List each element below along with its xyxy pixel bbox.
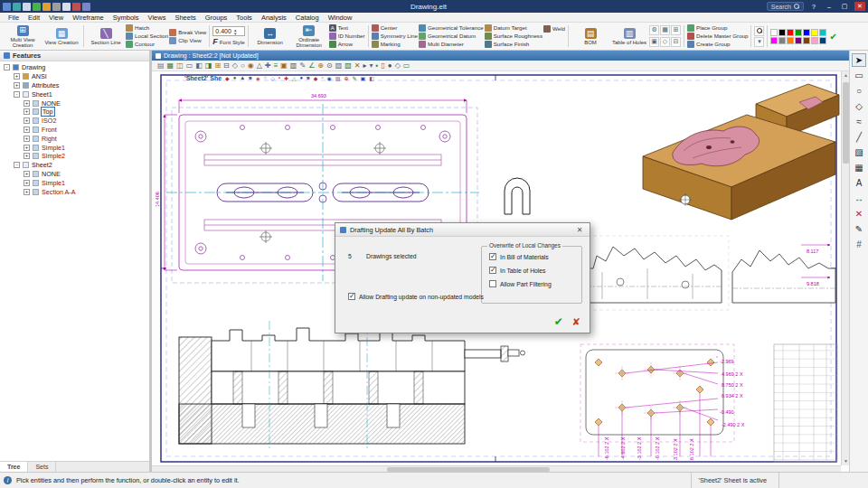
- weld-button[interactable]: Weld: [543, 25, 565, 33]
- bill-of-materials-checkbox[interactable]: In Bill of Materials: [489, 253, 581, 260]
- ribbon-mini-icon[interactable]: ⊟: [671, 37, 681, 47]
- ribbon-mini-icon[interactable]: ⊞: [671, 25, 681, 35]
- annotation-symbol-icon[interactable]: ▣: [361, 75, 366, 81]
- allow-update-checkbox[interactable]: Allow Drafting update on non-updated mod…: [348, 293, 484, 300]
- menu-window[interactable]: Window: [324, 13, 357, 23]
- titlebar-app-icon[interactable]: [52, 3, 61, 11]
- tree-item-section-a-a[interactable]: +Section A-A: [0, 187, 149, 196]
- dialog-title-bar[interactable]: Drafting Update All By Batch ✕: [335, 223, 590, 237]
- ok-button[interactable]: ✔: [554, 315, 563, 328]
- tree-item-sheet2[interactable]: -Sheet2: [0, 161, 149, 170]
- circle-tool-icon[interactable]: ○: [852, 84, 866, 98]
- dimension-button[interactable]: Dimension: [251, 27, 289, 46]
- menu-symbols[interactable]: Symbols: [108, 13, 144, 23]
- canvas-tool-icon[interactable]: ◫: [176, 61, 184, 71]
- datum-target-button[interactable]: Datum Target: [485, 24, 542, 32]
- measure-tool-icon[interactable]: #: [852, 238, 866, 251]
- menu-catalog[interactable]: Catalog: [291, 13, 324, 23]
- color-swatch[interactable]: [795, 37, 802, 44]
- menu-sheets[interactable]: Sheets: [170, 13, 200, 23]
- symmetry-line-button[interactable]: Symmetry Line: [372, 33, 418, 40]
- marking-button[interactable]: Marking: [372, 41, 418, 48]
- menu-file[interactable]: File: [4, 13, 24, 23]
- menu-analysis[interactable]: Analysis: [257, 13, 291, 23]
- minimize-button[interactable]: –: [824, 2, 835, 11]
- vertical-scrollbar[interactable]: ▲ ▼: [841, 71, 849, 465]
- polygon-tool-icon[interactable]: ◇: [852, 99, 866, 113]
- multi-view-creation-button[interactable]: Multi View Creation: [4, 24, 42, 49]
- annotation-symbol-icon[interactable]: ⊕: [344, 75, 349, 81]
- canvas-tool-icon[interactable]: ▨: [335, 61, 343, 71]
- color-swatch[interactable]: [795, 29, 802, 36]
- annotation-symbol-icon[interactable]: ●: [300, 75, 304, 81]
- color-swatch[interactable]: [787, 37, 794, 44]
- canvas-tool-icon[interactable]: ●: [388, 61, 392, 71]
- annotation-symbol-icon[interactable]: ◧: [369, 75, 374, 81]
- titlebar-search-box[interactable]: Search: [767, 2, 804, 11]
- color-swatch[interactable]: [778, 29, 786, 36]
- scroll-up-icon[interactable]: ▲: [842, 71, 850, 80]
- titlebar-app-icon[interactable]: [72, 3, 80, 11]
- tree-item-top[interactable]: +Top: [0, 108, 149, 117]
- canvas-tool-icon[interactable]: ▧: [344, 61, 352, 71]
- ribbon-mini-icon[interactable]: ⚙: [649, 25, 659, 35]
- annotation-symbol-icon[interactable]: ◉: [327, 75, 332, 81]
- search-options-button[interactable]: ▾: [754, 37, 764, 47]
- canvas-tool-icon[interactable]: ▭: [403, 61, 410, 71]
- menu-wireframe[interactable]: Wireframe: [68, 13, 108, 23]
- annotation-symbol-icon[interactable]: ▫: [321, 75, 323, 81]
- apply-color-button[interactable]: ✔: [827, 32, 838, 42]
- help-button[interactable]: ?: [808, 2, 819, 11]
- canvas-tool-icon[interactable]: △: [257, 61, 262, 71]
- annotation-symbol-icon[interactable]: ◆: [225, 75, 230, 81]
- tree-item-right[interactable]: +Right: [0, 134, 149, 143]
- annotation-symbol-icon[interactable]: △: [292, 75, 297, 81]
- maximize-button[interactable]: ▢: [839, 2, 850, 11]
- color-swatch[interactable]: [811, 29, 818, 36]
- annotation-symbol-icon[interactable]: ▪: [278, 75, 280, 81]
- tree-item-none[interactable]: +NONE: [0, 99, 149, 108]
- menu-views[interactable]: Views: [144, 13, 171, 23]
- scrollbar-thumb[interactable]: [843, 82, 849, 164]
- color-swatch[interactable]: [770, 29, 778, 36]
- color-swatch[interactable]: [803, 37, 810, 44]
- tree-item-simple1[interactable]: +Simple1: [0, 143, 149, 152]
- pencil-tool-icon[interactable]: ✎: [852, 222, 866, 236]
- canvas-tool-icon[interactable]: ✎: [299, 61, 306, 71]
- place-group-button[interactable]: Place Group: [687, 24, 748, 32]
- tree-item-attributes[interactable]: +Attributes: [0, 81, 149, 90]
- horizontal-scrollbar[interactable]: [152, 465, 841, 472]
- cancel-button[interactable]: ✘: [572, 316, 580, 328]
- delete-master-group-button[interactable]: Delete Master Group: [687, 33, 748, 40]
- close-button[interactable]: ✕: [854, 2, 865, 11]
- canvas-tool-icon[interactable]: ▣: [280, 61, 288, 71]
- hatch-button[interactable]: Hatch: [126, 24, 168, 32]
- menu-groups[interactable]: Groups: [201, 13, 232, 23]
- center-button[interactable]: Center: [372, 24, 418, 32]
- canvas-tool-icon[interactable]: ⊞: [214, 61, 221, 71]
- spline-tool-icon[interactable]: ≈: [852, 115, 866, 128]
- menu-edit[interactable]: Edit: [24, 13, 44, 23]
- tab-tree[interactable]: Tree: [0, 462, 28, 472]
- document-header[interactable]: Drawing : Sheet2:2 [Not Updated]: [152, 51, 849, 61]
- geometrical-datum-button[interactable]: Geometrical Datum: [419, 33, 484, 40]
- color-swatch[interactable]: [770, 37, 778, 44]
- tree-item-simple1[interactable]: +Simple1: [0, 178, 149, 187]
- annotation-symbol-icon[interactable]: ◆: [314, 75, 318, 81]
- dimension-tool-icon[interactable]: ↔: [852, 192, 866, 205]
- text-button[interactable]: AText: [329, 24, 365, 32]
- canvas-tool-icon[interactable]: ◨: [205, 61, 212, 71]
- canvas-tool-icon[interactable]: ◧: [195, 61, 203, 71]
- menu-tools[interactable]: Tools: [231, 13, 257, 23]
- tree-item-none[interactable]: +NONE: [0, 170, 149, 179]
- scroll-down-icon[interactable]: ▼: [842, 457, 850, 465]
- annotation-symbol-icon[interactable]: ■: [307, 75, 310, 81]
- break-view-button[interactable]: Break View: [169, 29, 206, 36]
- geometrical-tolerance-button[interactable]: Geometrical Tolerance: [419, 24, 484, 32]
- canvas-tool-icon[interactable]: ▭: [186, 61, 193, 71]
- annotation-symbol-icon[interactable]: ▨: [335, 75, 341, 81]
- table-of-holes-button[interactable]: Table of Holes: [610, 27, 648, 46]
- section-line-button[interactable]: Section Line: [87, 27, 125, 46]
- color-swatch[interactable]: [787, 29, 794, 36]
- local-section-button[interactable]: Local Section: [126, 33, 168, 40]
